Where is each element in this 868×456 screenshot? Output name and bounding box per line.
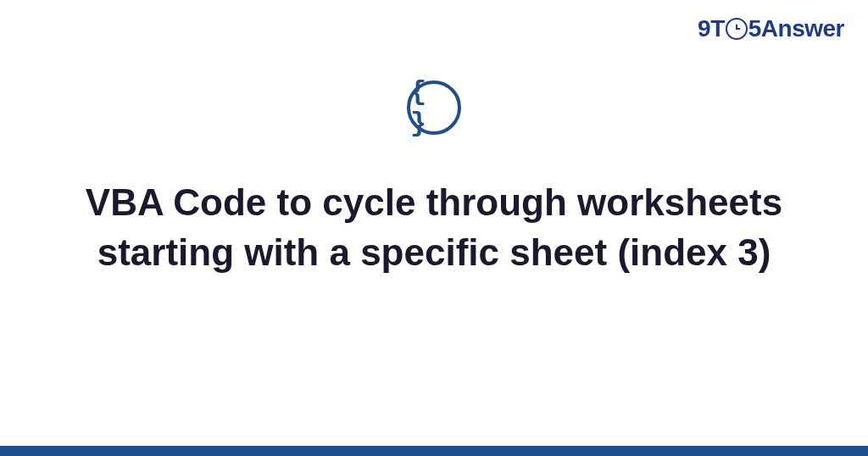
braces-glyph: { }: [410, 76, 458, 139]
code-braces-icon: { }: [407, 81, 461, 135]
page-title: VBA Code to cycle through worksheets sta…: [53, 177, 815, 278]
main-content: { } VBA Code to cycle through worksheets…: [0, 81, 868, 278]
footer-bar: [0, 446, 868, 456]
logo-suffix: 5Answer: [748, 15, 844, 42]
site-logo[interactable]: 9T5Answer: [698, 15, 844, 42]
logo-prefix: 9T: [698, 15, 725, 42]
clock-icon: [726, 18, 748, 40]
